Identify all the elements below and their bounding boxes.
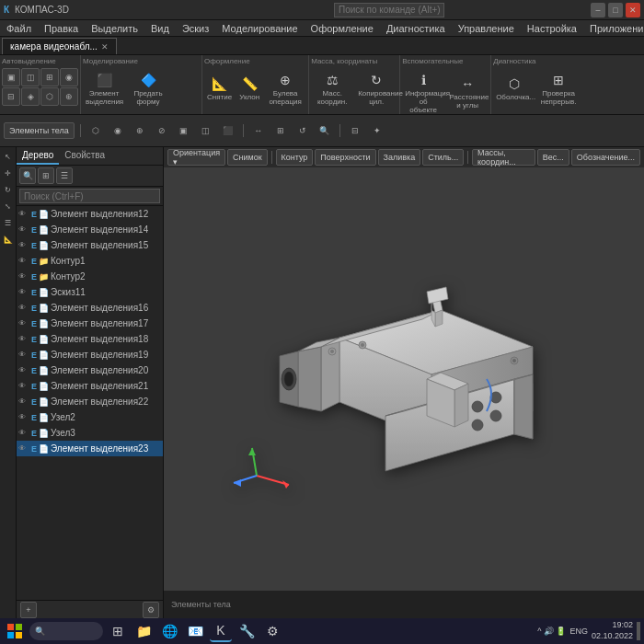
vp-snapshot-btn[interactable]: Снимок bbox=[227, 149, 268, 166]
menu-select[interactable]: Выделить bbox=[88, 23, 141, 34]
vp-icon-11[interactable]: 🔍 bbox=[316, 121, 334, 140]
taskbar-app-2[interactable]: 📁 bbox=[132, 620, 155, 642]
vp-fill-btn[interactable]: Заливка bbox=[378, 149, 421, 166]
menu-edit[interactable]: Правка bbox=[41, 23, 81, 34]
toolbar-btn-dist[interactable]: ↔ Расстояние и углы bbox=[446, 68, 489, 115]
panel-search-input[interactable] bbox=[19, 189, 160, 203]
systray-time-date[interactable]: 19:02 02.10.2022 bbox=[592, 620, 633, 641]
panel-btn-2[interactable]: ⊞ bbox=[38, 167, 54, 184]
tab-close-button[interactable]: ✕ bbox=[101, 42, 109, 52]
panel-btn-3[interactable]: ☰ bbox=[56, 167, 73, 184]
vp-icon-5[interactable]: ▣ bbox=[175, 121, 193, 140]
vp-icon-6[interactable]: ◫ bbox=[197, 121, 215, 140]
taskbar-kompas[interactable]: K bbox=[210, 620, 232, 642]
toolbar-btn-shape[interactable]: 🔷 Предать форму bbox=[127, 68, 169, 109]
menu-view[interactable]: Вид bbox=[148, 23, 172, 34]
toolbar-icon-7[interactable]: ⬡ bbox=[40, 87, 59, 106]
tree-item-15[interactable]: 👁 E 📄 Элемент выделения23 bbox=[17, 441, 163, 456]
start-button[interactable] bbox=[4, 620, 26, 642]
taskbar-app-4[interactable]: 📧 bbox=[184, 620, 206, 642]
panel-bottom-btn-1[interactable]: + bbox=[20, 602, 37, 618]
left-icon-measure[interactable]: 📐 bbox=[1, 232, 16, 247]
toolbar-icon-8[interactable]: ⊕ bbox=[60, 87, 78, 106]
toolbar-btn-tilt[interactable]: 📏 Уклон bbox=[236, 68, 262, 109]
toolbar-btn-mass[interactable]: ⚖ Масс. координ. bbox=[311, 68, 353, 109]
toolbar-icon-2[interactable]: ◫ bbox=[21, 68, 40, 86]
menu-manage[interactable]: Управление bbox=[455, 23, 517, 34]
vp-btn-orient[interactable]: Элементы тела bbox=[4, 122, 75, 139]
tree-item-6[interactable]: 👁 E 📄 Элемент выделения16 bbox=[17, 300, 163, 316]
toolbar-btn-cont[interactable]: ⊞ Проверка непрерыв. bbox=[537, 68, 580, 109]
vp-mark-btn[interactable]: Обозначение... bbox=[571, 149, 640, 166]
menu-app[interactable]: Приложение bbox=[587, 23, 644, 34]
toolbar-icon-6[interactable]: ◈ bbox=[21, 87, 40, 106]
tree-item-0[interactable]: 👁 E 📄 Элемент выделения12 bbox=[17, 206, 163, 222]
show-desktop-btn[interactable] bbox=[637, 622, 640, 640]
viewport[interactable]: Ориентация ▾ Снимок Контур Поверхности З… bbox=[164, 147, 644, 618]
menu-settings[interactable]: Настройка bbox=[524, 23, 580, 34]
tree-item-12[interactable]: 👁 E 📄 Элемент выделения22 bbox=[17, 394, 163, 409]
left-icon-rotate[interactable]: ↻ bbox=[1, 182, 16, 197]
vp-icon-8[interactable]: ↔ bbox=[249, 121, 268, 140]
maximize-button[interactable]: □ bbox=[608, 3, 623, 17]
toolbar-icon-4[interactable]: ◉ bbox=[60, 68, 78, 86]
panel-bottom-btn-2[interactable]: ⚙ bbox=[143, 602, 159, 618]
vp-icon-1[interactable]: ⬡ bbox=[86, 121, 105, 140]
menu-file[interactable]: Файл bbox=[4, 23, 34, 34]
tree-item-13[interactable]: 👁 E 📄 Узел2 bbox=[17, 409, 163, 425]
taskbar-app-5[interactable]: 🔧 bbox=[236, 620, 258, 642]
vp-icon-10[interactable]: ↺ bbox=[293, 121, 312, 140]
minimize-button[interactable]: – bbox=[591, 3, 605, 17]
close-button[interactable]: ✕ bbox=[626, 3, 640, 17]
global-search-input[interactable] bbox=[334, 3, 444, 17]
vp-style-btn[interactable]: Стиль... bbox=[422, 149, 464, 166]
vp-orientation-btn[interactable]: Ориентация ▾ bbox=[167, 149, 225, 166]
panel-tab-props[interactable]: Свойства bbox=[59, 147, 110, 165]
menu-model[interactable]: Моделирование bbox=[219, 23, 300, 34]
filter-icon[interactable]: ⊟ bbox=[346, 121, 364, 140]
toolbar-btn-copy-cyl[interactable]: ↻ Копирование цил. bbox=[355, 68, 397, 109]
toolbar-btn-snap[interactable]: 📐 Снятие bbox=[204, 68, 235, 109]
tree-item-11[interactable]: 👁 E 📄 Элемент выделения21 bbox=[17, 378, 163, 394]
left-icon-tree[interactable]: ☰ bbox=[1, 215, 16, 230]
toolbar-btn-info[interactable]: ℹ Информация об объекте bbox=[402, 68, 444, 115]
vp-weight-btn[interactable]: Вес... bbox=[537, 149, 569, 166]
toolbar-btn-element[interactable]: ⬛ Элемент выделения bbox=[83, 68, 125, 109]
toolbar-btn-shell[interactable]: ⬡ Оболочка... bbox=[493, 68, 535, 109]
tree-item-3[interactable]: 👁 E 📁 Контур1 bbox=[17, 253, 163, 269]
vp-icon-9[interactable]: ⊞ bbox=[271, 121, 290, 140]
vp-contour-btn[interactable]: Контур bbox=[276, 149, 314, 166]
document-tab[interactable]: камера видеонабл... ✕ bbox=[2, 38, 117, 54]
tree-item-5[interactable]: 👁 E 📄 Эскиз11 bbox=[17, 284, 163, 300]
vp-surface-btn[interactable]: Поверхности bbox=[315, 149, 375, 166]
vp-icon-4[interactable]: ⊘ bbox=[153, 121, 171, 140]
toolbar-icon-3[interactable]: ⊞ bbox=[40, 68, 59, 86]
toolbar-btn-bool[interactable]: ⊕ Булева операция bbox=[264, 68, 306, 109]
menu-format[interactable]: Оформление bbox=[308, 23, 376, 34]
menu-diag[interactable]: Диагностика bbox=[384, 23, 448, 34]
taskbar-app-3[interactable]: 🌐 bbox=[158, 620, 180, 642]
tree-item-4[interactable]: 👁 E 📁 Контур2 bbox=[17, 269, 163, 284]
taskbar-app-6[interactable]: ⚙ bbox=[261, 620, 283, 642]
toolbar-icon-5[interactable]: ⊟ bbox=[2, 87, 20, 106]
tree-item-8[interactable]: 👁 E 📄 Элемент выделения18 bbox=[17, 331, 163, 347]
panel-tab-tree[interactable]: Дерево bbox=[17, 147, 59, 165]
tree-item-2[interactable]: 👁 E 📄 Элемент выделения15 bbox=[17, 237, 163, 253]
tree-item-10[interactable]: 👁 E 📄 Элемент выделения20 bbox=[17, 362, 163, 378]
tree-item-9[interactable]: 👁 E 📄 Элемент выделения19 bbox=[17, 347, 163, 362]
panel-btn-1[interactable]: 🔍 bbox=[19, 167, 36, 184]
tree-item-14[interactable]: 👁 E 📄 Узел3 bbox=[17, 425, 163, 441]
toolbar-icon-1[interactable]: ▣ bbox=[2, 68, 20, 86]
snap-icon-2[interactable]: ✦ bbox=[368, 121, 386, 140]
taskbar-search[interactable]: 🔍 bbox=[29, 622, 103, 640]
vp-icon-7[interactable]: ⬛ bbox=[219, 121, 237, 140]
left-icon-move[interactable]: ✛ bbox=[1, 166, 16, 180]
menu-sketch[interactable]: Эскиз bbox=[179, 23, 212, 34]
left-icon-select[interactable]: ↖ bbox=[1, 149, 16, 164]
left-icon-scale[interactable]: ⤡ bbox=[1, 199, 16, 213]
tree-item-7[interactable]: 👁 E 📄 Элемент выделения17 bbox=[17, 316, 163, 331]
vp-icon-3[interactable]: ⊕ bbox=[131, 121, 149, 140]
taskbar-app-1[interactable]: ⊞ bbox=[107, 620, 129, 642]
vp-mass-btn[interactable]: Массы, координ... bbox=[472, 149, 535, 166]
vp-icon-2[interactable]: ◉ bbox=[109, 121, 127, 140]
